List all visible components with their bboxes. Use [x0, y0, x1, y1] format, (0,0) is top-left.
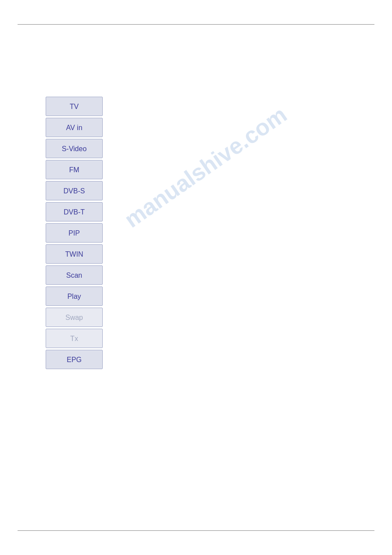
- button-dvb-s[interactable]: DVB-S: [46, 181, 103, 200]
- top-rule: [18, 24, 374, 25]
- button-play[interactable]: Play: [46, 287, 103, 306]
- button-scan[interactable]: Scan: [46, 265, 103, 285]
- page-container: manualshive.com TVAV inS-VideoFMDVB-SDVB…: [0, 0, 392, 555]
- button-list: TVAV inS-VideoFMDVB-SDVB-TPIPTWINScanPla…: [46, 97, 103, 369]
- button-pip[interactable]: PIP: [46, 223, 103, 243]
- button-dvb-t[interactable]: DVB-T: [46, 202, 103, 221]
- watermark: manualshive.com: [119, 101, 291, 232]
- button-fm[interactable]: FM: [46, 160, 103, 179]
- button-tv[interactable]: TV: [46, 97, 103, 116]
- bottom-rule: [18, 530, 374, 531]
- button-s-video[interactable]: S-Video: [46, 139, 103, 158]
- button-av-in[interactable]: AV in: [46, 118, 103, 137]
- button-twin[interactable]: TWIN: [46, 244, 103, 264]
- button-swap: Swap: [46, 308, 103, 327]
- button-tx: Tx: [46, 329, 103, 348]
- button-epg[interactable]: EPG: [46, 350, 103, 369]
